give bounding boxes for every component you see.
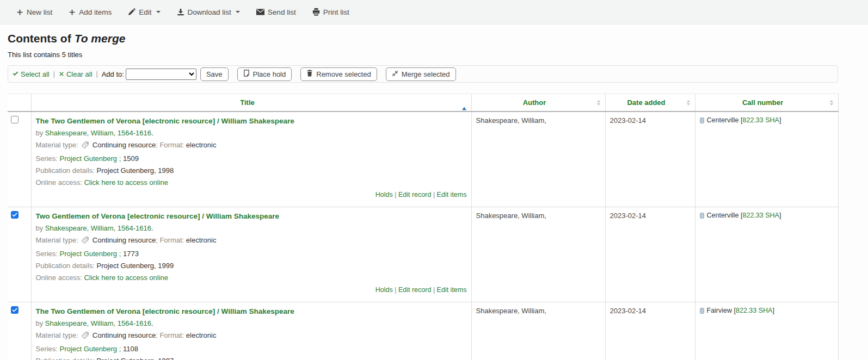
home-library: Centerville — [707, 212, 739, 219]
place-hold-button[interactable]: Place hold — [237, 67, 292, 81]
by-label: by — [36, 224, 44, 232]
send-list-button[interactable]: Send list — [256, 8, 296, 16]
download-list-menu-button[interactable]: Download list — [177, 8, 240, 16]
list-table-body: The Two Gentlemen of Verona [electronic … — [8, 111, 838, 360]
table-header-row: Title Author Date added Call number — [8, 94, 838, 112]
item-spine-label-icon — [700, 117, 704, 125]
chevron-down-icon — [236, 11, 240, 13]
list-toolbar: New list Add items Edit Download list Se… — [0, 0, 868, 24]
sort-both-icon — [597, 100, 600, 105]
home-library: Centerville — [707, 116, 739, 124]
author-link[interactable]: Shakespeare, William, 1564-1616 — [45, 319, 151, 327]
material-type-tag-icon — [81, 238, 89, 246]
print-list-button[interactable]: Print list — [312, 8, 349, 16]
remove-selected-button[interactable]: Remove selected — [300, 67, 377, 81]
separator: | — [53, 70, 55, 78]
envelope-icon — [256, 9, 264, 15]
author-cell: Shakespeare, William, — [471, 111, 605, 207]
author-link[interactable]: Shakespeare, William, 1564-1616 — [45, 224, 151, 232]
checkbox-column-header — [8, 94, 31, 112]
table-row: The Two Gentlemen of Verona [electronic … — [8, 302, 838, 360]
material-type-tag-icon — [81, 333, 89, 341]
plus-icon — [16, 9, 23, 16]
trash-icon — [306, 70, 313, 78]
title-cell: The Two Gentlemen of Verona [electronic … — [31, 302, 471, 360]
call-number-cell: Centerville [822.33 SHA] — [695, 111, 838, 207]
call-number-link[interactable]: 822.33 SHA — [736, 307, 772, 314]
date-added-cell: 2023-02-14 — [605, 302, 695, 360]
column-header-date-added[interactable]: Date added — [605, 94, 695, 112]
row-checkbox-cell — [8, 302, 31, 360]
by-label: by — [36, 319, 44, 327]
column-header-title[interactable]: Title — [31, 94, 471, 112]
title-link[interactable]: The Two Gentlemen of Verona [electronic … — [36, 117, 294, 125]
row-checkbox[interactable] — [11, 116, 19, 123]
check-icon — [13, 70, 19, 78]
edit-menu-button[interactable]: Edit — [128, 8, 160, 16]
plus-icon — [69, 9, 76, 16]
table-row: Two Gentlemen of Verona [electronic reso… — [8, 207, 838, 302]
add-items-button[interactable]: Add items — [69, 8, 112, 16]
call-number-cell: Fairview [822.33 SHA] — [695, 302, 838, 360]
merge-icon — [392, 70, 398, 78]
column-header-call-number[interactable]: Call number — [695, 94, 838, 112]
pencil-icon — [128, 8, 136, 16]
table-row: The Two Gentlemen of Verona [electronic … — [8, 111, 838, 207]
page-title: Contents ofTo merge — [8, 32, 868, 45]
date-added-cell: 2023-02-14 — [605, 207, 695, 302]
title-link[interactable]: Two Gentlemen of Verona [electronic reso… — [36, 212, 280, 220]
call-number-cell: Centerville [822.33 SHA] — [695, 207, 838, 302]
selections-toolbar: Select all | Clear all | Add to: Save Pl… — [8, 65, 838, 83]
row-checkbox-cell — [8, 207, 31, 302]
sort-asc-icon — [462, 98, 466, 107]
select-all-link[interactable]: Select all — [13, 70, 50, 78]
author-link[interactable]: Shakespeare, William, 1564-1616 — [45, 129, 151, 137]
separator: | — [96, 70, 98, 78]
column-header-author[interactable]: Author — [471, 94, 605, 112]
date-added-cell: 2023-02-14 — [605, 111, 695, 207]
by-label: by — [36, 129, 44, 137]
author-cell: Shakespeare, William, — [471, 302, 605, 360]
download-icon — [177, 8, 184, 16]
online-access-link[interactable]: Click here to access online — [84, 178, 168, 187]
list-contents-table: Title Author Date added Call number The … — [8, 94, 839, 360]
sort-both-icon — [830, 100, 833, 105]
list-count-text: This list contains 5 titles — [8, 51, 868, 59]
title-cell: Two Gentlemen of Verona [electronic reso… — [31, 207, 471, 302]
series-link[interactable]: Project Gutenberg ; — [60, 345, 121, 353]
edit-items-link[interactable]: Edit items — [437, 191, 467, 198]
clear-all-link[interactable]: Clear all — [59, 70, 93, 78]
holds-link[interactable]: Holds — [375, 191, 393, 198]
add-to-select[interactable] — [126, 69, 196, 80]
item-spine-label-icon — [700, 213, 704, 220]
sort-both-icon — [687, 100, 690, 105]
series-link[interactable]: Project Gutenberg ; — [60, 154, 121, 163]
chevron-down-icon — [156, 11, 161, 13]
author-cell: Shakespeare, William, — [471, 207, 605, 302]
title-link[interactable]: The Two Gentlemen of Verona [electronic … — [36, 307, 294, 315]
save-button[interactable]: Save — [200, 67, 229, 81]
call-number-link[interactable]: 822.33 SHA — [743, 212, 779, 219]
online-access-link[interactable]: Click here to access online — [84, 274, 168, 282]
edit-record-link[interactable]: Edit record — [398, 191, 431, 198]
item-spine-label-icon — [700, 308, 704, 315]
row-checkbox[interactable] — [11, 211, 19, 219]
home-library: Fairview — [707, 307, 732, 314]
call-number-link[interactable]: 822.33 SHA — [743, 116, 779, 124]
material-type-tag-icon — [81, 142, 89, 151]
add-to-label: Add to: — [102, 70, 124, 78]
x-icon — [59, 70, 64, 78]
list-name: To merge — [75, 32, 126, 45]
title-cell: The Two Gentlemen of Verona [electronic … — [31, 111, 471, 207]
printer-icon — [312, 8, 320, 16]
row-checkbox-cell — [8, 111, 31, 207]
edit-record-link[interactable]: Edit record — [398, 286, 431, 294]
new-list-button[interactable]: New list — [16, 8, 52, 16]
holds-link[interactable]: Holds — [375, 286, 393, 294]
hold-icon — [243, 70, 250, 78]
row-checkbox[interactable] — [11, 306, 19, 314]
series-link[interactable]: Project Gutenberg ; — [60, 250, 121, 258]
edit-items-link[interactable]: Edit items — [437, 286, 467, 294]
merge-selected-button[interactable]: Merge selected — [386, 67, 456, 81]
